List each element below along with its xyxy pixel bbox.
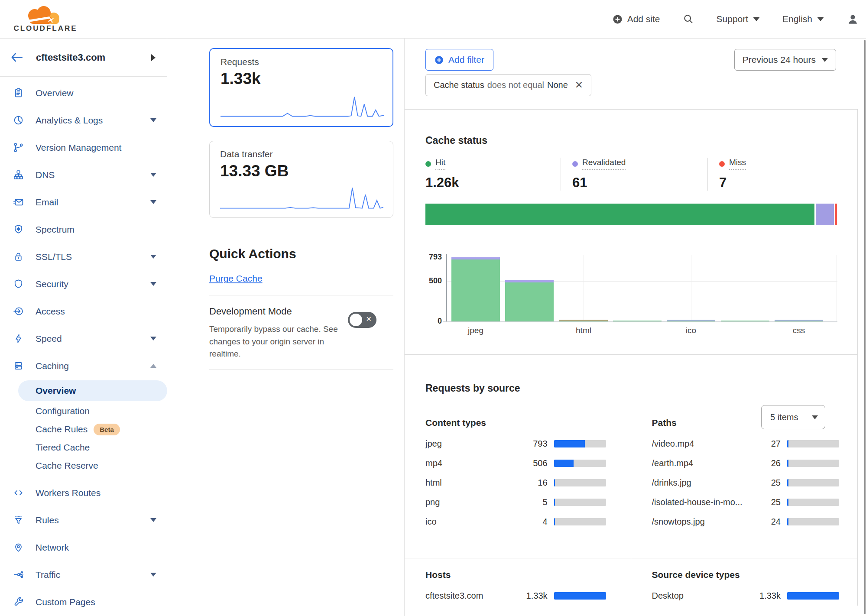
hit-distribution-segment xyxy=(425,204,814,225)
bar-mp4[interactable] xyxy=(505,280,554,321)
analytics-panel: Add filter Cache status does not equal N… xyxy=(405,39,866,616)
brand-wordmark: CLOUDFLARE xyxy=(13,24,77,33)
revalidated-distribution-segment xyxy=(816,204,834,225)
gridline xyxy=(837,255,837,321)
sidebar-subitem-overview[interactable]: Overview xyxy=(18,380,167,401)
clipboard-icon xyxy=(13,88,24,98)
time-range-selector[interactable]: Previous 24 hours xyxy=(734,49,836,71)
chevron-down-icon xyxy=(150,255,156,259)
requests-by-source-title: Requests by source xyxy=(425,383,857,394)
sidebar-item-ssl-tls[interactable]: SSL/TLS xyxy=(0,243,167,270)
add-filter-label: Add filter xyxy=(448,55,484,65)
add-site-button[interactable]: Add site xyxy=(613,14,660,24)
progress-track xyxy=(554,499,606,506)
server-stack-icon xyxy=(13,360,24,371)
back-arrow-icon[interactable] xyxy=(11,52,23,63)
revalidated-label[interactable]: Revalidated xyxy=(582,158,626,170)
user-menu[interactable] xyxy=(847,13,859,26)
device-types-title: Source device types xyxy=(652,570,839,580)
x-tick-label: ico xyxy=(686,326,696,335)
data-transfer-card-title: Data transfer xyxy=(220,149,383,159)
sidebar-item-workers-routes[interactable]: Workers Routes xyxy=(0,479,167,506)
progress-track xyxy=(787,499,839,506)
language-menu[interactable]: English xyxy=(782,14,824,24)
x-tick-label: css xyxy=(793,326,805,335)
y-tick-label: 793 xyxy=(425,253,442,262)
sidebar-item-analytics-logs[interactable]: Analytics & Logs xyxy=(0,107,167,134)
y-tick-label: 0 xyxy=(425,317,442,326)
requests-sparkline-chart xyxy=(221,95,384,120)
bolt-icon xyxy=(13,333,24,344)
data-transfer-summary-card[interactable]: Data transfer 13.33 GB xyxy=(209,141,393,218)
sidebar-item-access[interactable]: Access xyxy=(0,298,167,325)
miss-label[interactable]: Miss xyxy=(729,158,746,170)
sidebar-item-dns[interactable]: DNS xyxy=(0,161,167,188)
add-site-label: Add site xyxy=(627,14,660,24)
items-count-selector[interactable]: 5 items xyxy=(761,405,825,429)
source-columns-bottom: Hosts cftestsite3.com 1.33k Source devic… xyxy=(405,558,857,606)
add-filter-button[interactable]: Add filter xyxy=(425,49,493,71)
bar-png[interactable] xyxy=(613,321,662,321)
sidebar-subitem-cache-rules[interactable]: Cache RulesBeta xyxy=(0,420,167,438)
miss-distribution-segment xyxy=(835,204,837,225)
bar-jpeg[interactable] xyxy=(451,257,500,321)
chevron-down-icon xyxy=(150,200,156,204)
progress-fill xyxy=(554,518,555,525)
list-item: html 16 xyxy=(425,473,606,493)
sidebar-item-spectrum[interactable]: Spectrum xyxy=(0,216,167,243)
chevron-down-icon xyxy=(150,282,156,286)
support-menu[interactable]: Support xyxy=(717,14,760,24)
content-types-list: jpeg 793 mp4 506 html 16 png 5 ico 4 xyxy=(425,434,606,532)
spectrum-shield-icon xyxy=(13,224,24,235)
summary-column: Requests 1.33k Data transfer 13.33 GB Qu… xyxy=(167,39,405,616)
sidebar-item-security[interactable]: Security xyxy=(0,270,167,298)
y-tick-label: 500 xyxy=(425,276,442,285)
site-switcher-caret-icon[interactable] xyxy=(151,54,156,61)
site-sidebar: cftestsite3.com Overview Analytics & Log… xyxy=(0,39,167,616)
chevron-down-icon xyxy=(150,573,156,577)
hosts-list: cftestsite3.com 1.33k xyxy=(425,586,606,606)
device-types-column: Source device types Desktop 1.33k xyxy=(631,558,857,606)
remove-filter-icon[interactable]: ✕ xyxy=(575,79,583,91)
sidebar-subitem-tiered-cache[interactable]: Tiered Cache xyxy=(0,438,167,457)
sidebar-subitem-configuration[interactable]: Configuration xyxy=(0,402,167,420)
cloudflare-logo[interactable]: CLOUDFLARE xyxy=(11,5,80,33)
gridline xyxy=(691,255,691,321)
bar-html[interactable] xyxy=(559,320,608,321)
progress-fill xyxy=(554,479,555,486)
sidebar-item-email[interactable]: Email xyxy=(0,188,167,216)
bar-ico[interactable] xyxy=(667,320,715,321)
requests-summary-card[interactable]: Requests 1.33k xyxy=(209,48,393,127)
purge-cache-link[interactable]: Purge Cache xyxy=(209,273,263,284)
sidebar-item-rules[interactable]: Rules xyxy=(0,506,167,534)
filter-chip[interactable]: Cache status does not equal None ✕ xyxy=(425,74,591,96)
cloudflare-dashboard: CLOUDFLARE Add site Support English xyxy=(0,0,866,616)
development-mode-toggle[interactable]: ✕ xyxy=(348,312,376,328)
sidebar-item-speed[interactable]: Speed xyxy=(0,325,167,352)
x-axis xyxy=(443,321,837,322)
gridline xyxy=(584,255,584,321)
chevron-down-icon xyxy=(822,58,828,62)
sidebar-subitem-cache-reserve[interactable]: Cache Reserve xyxy=(0,457,167,475)
hit-stat: Hit 1.26k xyxy=(425,158,561,191)
sidebar-item-traffic[interactable]: Traffic xyxy=(0,561,167,588)
code-brackets-icon xyxy=(13,487,24,498)
sidebar-item-network[interactable]: Network xyxy=(0,534,167,561)
list-item: /drinks.jpg 25 xyxy=(652,473,839,493)
divider xyxy=(209,295,393,295)
funnel-icon xyxy=(13,515,24,525)
search-button[interactable] xyxy=(683,13,694,25)
scrollbar[interactable] xyxy=(864,40,866,614)
hit-label[interactable]: Hit xyxy=(435,158,445,170)
beta-badge: Beta xyxy=(94,424,120,435)
sidebar-item-version-management[interactable]: Version Management xyxy=(0,134,167,161)
sidebar-item-caching[interactable]: Caching xyxy=(0,352,167,379)
bar-css[interactable] xyxy=(775,320,823,321)
list-item: ico 4 xyxy=(425,512,606,532)
sidebar-item-custom-pages[interactable]: Custom Pages xyxy=(0,588,167,616)
sidebar-item-overview[interactable]: Overview xyxy=(0,79,167,107)
content-types-column: Content types jpeg 793 mp4 506 html 16 p… xyxy=(405,412,631,554)
global-header: CLOUDFLARE Add site Support English xyxy=(0,0,866,39)
bar-unlabeled[interactable] xyxy=(721,321,769,321)
toggle-knob xyxy=(350,314,362,326)
